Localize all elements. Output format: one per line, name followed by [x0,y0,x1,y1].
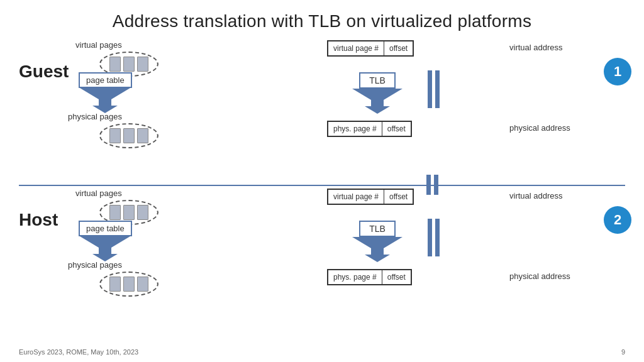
host-vpage-1 [109,205,121,220]
guest-pt-arrow [80,88,130,113]
guest-virtual-pages-label: virtual pages [75,40,122,50]
svg-marker-6 [352,237,402,255]
guest-vaddr-offset: offset [384,41,413,55]
host-pt-label: page table [79,221,132,236]
footer-conference: EuroSys 2023, ROME, May 10th, 2023 [19,348,138,356]
host-v-double-bar [428,219,440,256]
host-virtual-pages-label: virtual pages [75,189,122,198]
host-virtual-address-label: virtual address [509,191,563,200]
host-paddr-offset: offset [382,270,411,284]
guest-label: Guest [19,62,69,82]
host-ppage-1 [109,277,121,292]
guest-virtual-address-label: virtual address [509,43,563,52]
guest-pt-arrow-svg [80,88,130,113]
guest-physical-address-label: physical address [509,123,570,133]
host-ppage-2 [123,277,135,292]
guest-ppage-2 [123,128,135,143]
guest-vaddr-page: virtual page # [328,41,384,55]
svg-marker-4 [80,236,130,254]
guest-virtual-addr-box: virtual page # offset [327,40,414,57]
guest-vpage-3 [137,57,148,72]
host-vbar-1 [428,219,432,256]
host-virtual-addr-box: virtual page # offset [327,189,414,205]
guest-physical-pages-dashed [99,123,158,148]
guest-physical-addr-box: phys. page # offset [327,121,412,137]
svg-marker-3 [365,106,390,114]
host-physical-pages-label: physical pages [68,260,122,270]
guest-paddr-offset: offset [382,122,411,136]
host-page-table-box: page table [79,221,132,261]
guest-vbar-1 [428,70,432,108]
host-tlb-label: TLB [359,221,396,237]
guest-badge: 1 [604,58,631,85]
guest-tlb-label: TLB [359,72,396,89]
svg-marker-7 [365,255,390,262]
host-section-inner: Host virtual pages page table [19,186,625,332]
slide-title: Address translation with TLB on virtuali… [19,11,625,31]
guest-paddr-page: phys. page # [328,122,382,136]
host-tlb-box: TLB [352,221,402,262]
host-vpage-3 [137,205,148,220]
host-pt-arrow-svg [80,236,130,261]
guest-tlb-box: TLB [352,72,402,114]
guest-ppage-3 [137,128,148,143]
guest-pt-label: page table [79,72,132,88]
content-area: Guest virtual pages page table [19,38,625,332]
guest-physical-pages-ellipse [99,123,158,148]
slide: Address translation with TLB on virtuali… [0,0,644,362]
svg-marker-0 [80,88,130,106]
host-physical-addr-box: phys. page # offset [327,269,412,285]
host-section: Host virtual pages page table [19,186,625,332]
guest-section-inner: Guest virtual pages page table [19,38,625,184]
host-tlb-arrow-svg [352,237,402,262]
host-vaddr-offset: offset [384,190,413,204]
host-vbar-2 [435,219,440,256]
host-label: Host [19,210,58,230]
host-ppage-3 [137,277,148,292]
guest-v-double-bar [428,70,440,108]
guest-physical-pages-label: physical pages [68,112,122,121]
host-vaddr-page: virtual page # [328,190,384,204]
footer-page: 9 [621,348,625,356]
footer: EuroSys 2023, ROME, May 10th, 2023 9 [0,348,644,356]
host-paddr-page: phys. page # [328,270,382,284]
guest-vbar-2 [435,70,440,108]
host-badge: 2 [604,206,631,234]
guest-vpage-1 [109,57,121,72]
host-physical-address-label: physical address [509,272,570,281]
guest-page-table-box: page table [79,72,132,113]
guest-ppage-1 [109,128,121,143]
guest-vpage-2 [123,57,135,72]
host-physical-pages-dashed [99,272,158,297]
guest-tlb-arrow-svg [352,89,402,114]
svg-marker-2 [352,89,402,106]
guest-section: Guest virtual pages page table [19,38,625,184]
host-physical-pages-ellipse [99,272,158,297]
host-vpage-2 [123,205,135,220]
